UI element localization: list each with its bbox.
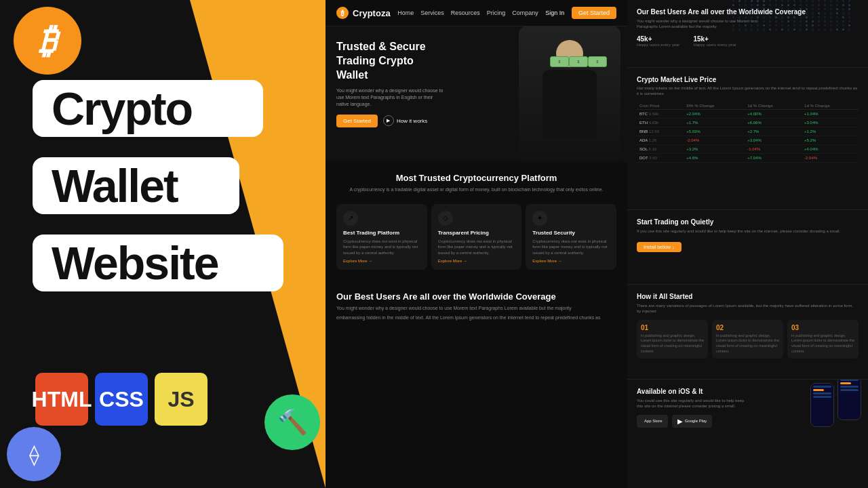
pline-accent-1 — [813, 389, 824, 391]
map-dot — [763, 4, 765, 6]
panel-trading: Start Trading on Quietly If you use this… — [627, 210, 868, 285]
how-it-works-button[interactable]: ▶ How it works — [383, 115, 427, 126]
trusted-description: A cryptocurrency is a tradable digital a… — [336, 186, 616, 193]
map-dot — [738, 28, 741, 30]
eth-circle: ⟠ — [7, 427, 61, 481]
nav-logo-text: Cryptoza — [353, 8, 391, 18]
map-dot — [745, 0, 747, 2]
map-dot — [793, 24, 795, 26]
map-dot — [751, 0, 753, 2]
how-cards: 01 In publishing and graphic design, Lor… — [637, 320, 859, 359]
how-step-1-num: 01 — [641, 324, 704, 331]
map-dot — [738, 0, 741, 2]
map-dot — [738, 8, 741, 10]
nav-pricing[interactable]: Pricing — [487, 9, 506, 16]
map-dot — [806, 0, 808, 2]
map-dot — [787, 12, 789, 14]
map-dot — [763, 28, 765, 30]
how-step-2-num: 02 — [716, 324, 779, 331]
js-label: JS — [167, 387, 194, 412]
map-dot — [787, 24, 789, 26]
html-label: HTML — [32, 387, 92, 412]
map-dot — [757, 4, 759, 6]
hero-section: Trusted & Secure Trading Crypto Wallet Y… — [326, 26, 627, 162]
nav-home[interactable]: Home — [397, 9, 414, 16]
map-dot — [769, 0, 771, 2]
map-dot — [836, 4, 838, 6]
nav-resources[interactable]: Resources — [451, 9, 480, 16]
map-dot — [787, 28, 789, 30]
map-dot — [848, 24, 850, 26]
map-dot — [824, 12, 826, 14]
map-dot — [787, 16, 789, 18]
trading-panel-title: Start Trading on Quietly — [637, 218, 859, 226]
security-desc: Cryptocurrency does not exist in physica… — [532, 239, 610, 256]
map-dot — [763, 16, 765, 18]
money-bill-1: $ — [550, 56, 569, 67]
stat-15k-label: Happy users every year — [693, 43, 736, 47]
appstore-button[interactable]: App Store — [637, 415, 668, 428]
map-dot — [830, 4, 832, 6]
market-row: BNB 12.60 +5.03% +2.7% +1.2% — [637, 127, 859, 136]
map-dot — [842, 16, 844, 18]
how-step-1-text: In publishing and graphic design, Lorem … — [641, 333, 704, 354]
map-dot — [769, 24, 771, 26]
get-started-nav-button[interactable]: Get Started — [572, 7, 616, 19]
map-dot — [757, 0, 759, 2]
map-dot — [842, 12, 844, 14]
map-dot — [812, 20, 814, 22]
nav-company[interactable]: Company — [512, 9, 538, 16]
map-dot — [745, 28, 747, 30]
map-dot — [818, 16, 820, 18]
map-dot — [848, 20, 850, 22]
website-preview: ₿ Cryptoza Home Services Resources Prici… — [326, 0, 627, 488]
col-1dch-val: -2.04% — [802, 153, 859, 162]
pricing-explore[interactable]: Explore More → — [438, 259, 515, 263]
map-dot — [836, 20, 838, 22]
trading-icon: ↗ — [343, 211, 358, 226]
map-dot — [775, 8, 777, 10]
map-dot — [745, 24, 747, 26]
how-desc: There are many variations of passages of… — [637, 303, 859, 314]
map-dot — [793, 8, 795, 10]
map-dot — [800, 16, 802, 18]
col-24h-val: +3.2% — [684, 144, 745, 153]
map-dot — [800, 12, 802, 14]
trusted-title: Most Trusted Cryptocurrency Platform — [336, 173, 616, 183]
map-dot — [848, 12, 850, 14]
map-dot — [818, 20, 820, 22]
map-dot — [769, 8, 771, 10]
nav-services[interactable]: Services — [420, 9, 444, 16]
install-button[interactable]: Install bellow ↓ — [637, 242, 682, 252]
map-dot — [751, 20, 753, 22]
map-dot — [775, 20, 777, 22]
google-play-button[interactable]: ▶ Google Play — [672, 415, 713, 428]
map-dot — [800, 24, 802, 26]
map-dot — [757, 20, 759, 22]
stat-15k: 15k+ Happy users every year — [693, 35, 736, 47]
map-dot — [751, 8, 753, 10]
security-icon: ✦ — [532, 211, 547, 226]
col-1dc-val: +2.7% — [745, 127, 802, 136]
map-dot — [787, 20, 789, 22]
col-1dc-val: -1.04% — [745, 144, 802, 153]
map-dot — [757, 8, 759, 10]
map-dot — [745, 12, 747, 14]
signin-button[interactable]: Sign In — [545, 9, 564, 16]
pline-4 — [840, 380, 859, 381]
map-dot — [824, 8, 826, 10]
hero-get-started-button[interactable]: Get Started — [336, 115, 378, 127]
col-24h-val: +2.04% — [684, 109, 745, 118]
trading-explore[interactable]: Explore More → — [343, 259, 420, 263]
map-dot — [757, 24, 759, 26]
play-icon: ▶ — [383, 115, 394, 126]
css-label: CSS — [99, 387, 144, 412]
col-24h-val: +5.03% — [684, 127, 745, 136]
map-dot — [848, 4, 850, 6]
map-dot — [763, 24, 765, 26]
map-dot — [836, 16, 838, 18]
appstore-label: App Store — [644, 419, 663, 423]
map-dot — [824, 16, 826, 18]
wallet-label: Wallet — [52, 160, 178, 211]
security-explore[interactable]: Explore More → — [532, 259, 610, 263]
